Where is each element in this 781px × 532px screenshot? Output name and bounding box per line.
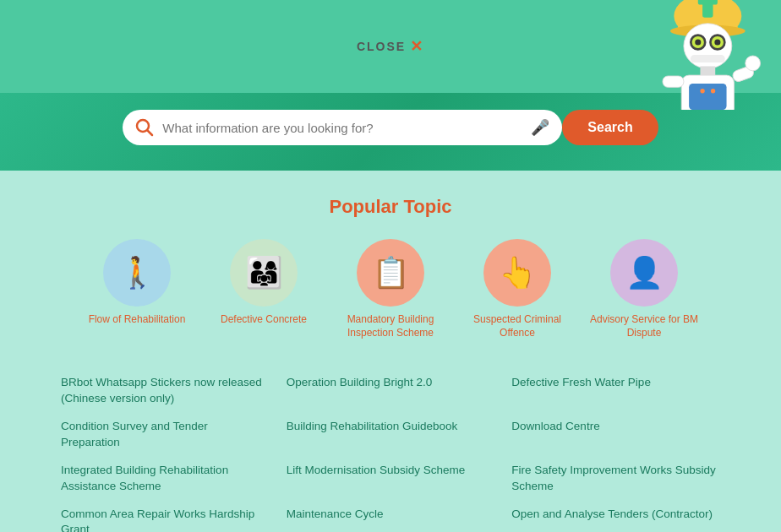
- topic-label-suspected-criminal: Suspected Criminal Offence: [462, 313, 572, 339]
- quick-link-col1-row2[interactable]: Lift Modernisation Subsidy Scheme: [278, 457, 504, 501]
- quick-link-col1-row1[interactable]: Building Rehabilitation Guidebook: [278, 413, 504, 457]
- quick-link-col0-row0[interactable]: BRbot Whatsapp Stickers now released (Ch…: [52, 369, 278, 413]
- svg-point-8: [695, 39, 701, 45]
- svg-rect-13: [689, 84, 726, 110]
- topic-icon-suspected-criminal: 👆: [483, 239, 551, 307]
- topic-item-suspected-criminal[interactable]: 👆Suspected Criminal Offence: [462, 239, 572, 339]
- svg-point-9: [714, 39, 720, 45]
- svg-point-14: [700, 89, 704, 93]
- topic-item-mandatory-building[interactable]: 📋Mandatory Building Inspection Scheme: [336, 239, 445, 339]
- topic-label-defective-concrete: Defective Concrete: [221, 313, 307, 327]
- robot-mascot: [629, 0, 764, 110]
- topic-icon-mandatory-building: 📋: [357, 239, 424, 307]
- topic-item-advisory-service[interactable]: 👤Advisory Service for BM Dispute: [589, 239, 699, 339]
- close-label: CLOSE: [357, 40, 406, 53]
- search-input[interactable]: [162, 121, 522, 135]
- svg-point-15: [711, 89, 715, 93]
- search-icon: [135, 118, 154, 137]
- search-bar: 🎤: [123, 110, 562, 145]
- close-x-icon: ✕: [410, 37, 424, 56]
- quick-link-col1-row3[interactable]: Maintenance Cycle: [278, 501, 504, 532]
- quick-link-col1-row0[interactable]: Operation Building Bright 2.0: [278, 369, 504, 413]
- popular-topic-title: Popular Topic: [51, 196, 730, 218]
- svg-rect-22: [698, 0, 718, 5]
- top-banner: CLOSE ✕: [0, 0, 781, 93]
- close-button[interactable]: CLOSE ✕: [357, 37, 424, 56]
- quick-link-col2-row2[interactable]: Fire Safety Improvement Works Subsidy Sc…: [503, 457, 729, 501]
- banner-area: CLOSE ✕: [0, 0, 781, 171]
- main-content: Popular Topic 🚶Flow of Rehabilitation👨‍👩…: [0, 171, 781, 532]
- svg-rect-10: [691, 55, 725, 62]
- topics-row: 🚶Flow of Rehabilitation👨‍👩‍👧Defective Co…: [51, 239, 730, 339]
- topic-label-mandatory-building: Mandatory Building Inspection Scheme: [336, 313, 445, 339]
- svg-point-18: [746, 56, 761, 71]
- topic-icon-advisory-service: 👤: [610, 239, 678, 307]
- topic-icon-defective-concrete: 👨‍👩‍👧: [230, 239, 298, 307]
- quick-link-col0-row2[interactable]: Integrated Building Rehabilitation Assis…: [52, 457, 278, 501]
- search-button[interactable]: Search: [562, 110, 658, 145]
- topic-item-defective-concrete[interactable]: 👨‍👩‍👧Defective Concrete: [209, 239, 319, 339]
- svg-rect-11: [700, 66, 715, 75]
- links-grid: BRbot Whatsapp Stickers now released (Ch…: [52, 369, 729, 532]
- quick-link-col0-row1[interactable]: Condition Survey and Tender Preparation: [52, 413, 278, 457]
- quick-link-col2-row1[interactable]: Download Centre: [503, 413, 729, 457]
- microphone-icon[interactable]: 🎤: [531, 118, 549, 137]
- topic-icon-flow-rehabilitation: 🚶: [103, 239, 171, 307]
- quick-link-col0-row3[interactable]: Common Area Repair Works Hardship Grant: [52, 501, 278, 532]
- topic-item-flow-rehabilitation[interactable]: 🚶Flow of Rehabilitation: [82, 239, 192, 339]
- quick-link-col2-row0[interactable]: Defective Fresh Water Pipe: [503, 369, 729, 413]
- topic-label-advisory-service: Advisory Service for BM Dispute: [589, 313, 699, 339]
- svg-line-24: [148, 131, 153, 136]
- svg-rect-16: [663, 76, 684, 87]
- topic-label-flow-rehabilitation: Flow of Rehabilitation: [89, 313, 186, 327]
- quick-link-col2-row3[interactable]: Open and Analyse Tenders (Contractor): [503, 501, 729, 532]
